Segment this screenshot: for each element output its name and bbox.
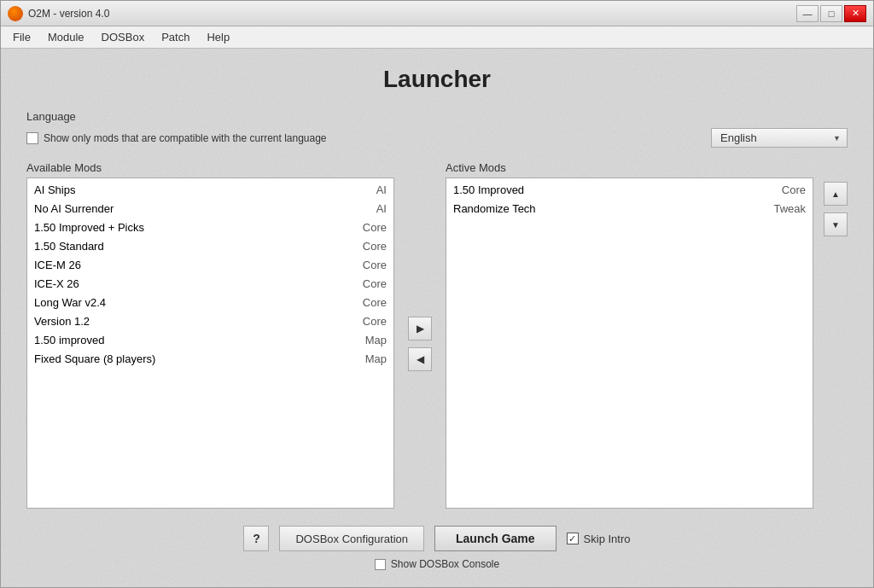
- menu-bar: File Module DOSBox Patch Help: [1, 26, 873, 49]
- list-item[interactable]: ICE-X 26 Core: [27, 274, 393, 293]
- launcher-title: Launcher: [26, 66, 848, 93]
- add-mod-button[interactable]: ▶: [408, 317, 432, 341]
- list-item[interactable]: 1.50 Improved Core: [446, 180, 813, 199]
- transfer-buttons: ▶ ◀: [405, 178, 435, 509]
- mods-area: Available Mods AI Ships AI No AI Surrend…: [26, 161, 848, 509]
- main-window: O2M - version 4.0 — □ ✕ File Module DOSB…: [0, 0, 874, 588]
- list-item[interactable]: 1.50 improved Map: [27, 330, 393, 349]
- list-item[interactable]: 1.50 Improved + Picks Core: [27, 218, 393, 236]
- menu-item-help[interactable]: Help: [198, 29, 238, 45]
- window-title: O2M - version 4.0: [28, 8, 109, 20]
- skip-intro-checkbox-label[interactable]: ✓ Skip Intro: [567, 533, 631, 545]
- bottom-row-console: Show DOSBox Console: [375, 558, 499, 570]
- language-filter-checkbox-label[interactable]: Show only mods that are compatible with …: [26, 132, 327, 144]
- close-button[interactable]: ✕: [844, 5, 866, 22]
- show-console-label-text: Show DOSBox Console: [391, 558, 499, 570]
- remove-mod-button[interactable]: ◀: [408, 347, 432, 371]
- minimize-button[interactable]: —: [796, 5, 819, 22]
- main-content: Launcher Language Show only mods that ar…: [1, 49, 873, 587]
- list-item[interactable]: Randomize Tech Tweak: [446, 199, 813, 218]
- list-item[interactable]: Long War v2.4 Core: [27, 293, 393, 311]
- bottom-row-main: ? DOSBox Configuration Launch Game ✓ Ski…: [243, 526, 630, 551]
- dosbox-config-button[interactable]: DOSBox Configuration: [279, 526, 424, 551]
- active-mods-container: 1.50 Improved Core Randomize Tech Tweak: [446, 178, 813, 509]
- title-bar-left: O2M - version 4.0: [8, 6, 109, 21]
- available-mods-container: AI Ships AI No AI Surrender AI 1.50 Impr…: [26, 178, 394, 509]
- menu-item-module[interactable]: Module: [39, 29, 93, 45]
- title-bar: O2M - version 4.0 — □ ✕: [1, 1, 873, 26]
- title-bar-buttons: — □ ✕: [796, 5, 866, 22]
- language-row: Show only mods that are compatible with …: [26, 128, 848, 148]
- language-select-wrapper: English French German Spanish Italian: [711, 128, 848, 148]
- list-item[interactable]: 1.50 Standard Core: [27, 236, 393, 255]
- move-buttons: ▲ ▼: [824, 161, 848, 509]
- skip-intro-label-text: Skip Intro: [584, 533, 631, 545]
- list-item[interactable]: AI Ships AI: [27, 180, 393, 199]
- app-icon: [8, 6, 23, 21]
- menu-item-patch[interactable]: Patch: [153, 29, 198, 45]
- move-down-button[interactable]: ▼: [824, 212, 848, 236]
- language-label: Language: [26, 110, 848, 123]
- list-item[interactable]: Fixed Square (8 players) Map: [27, 349, 393, 368]
- available-mods-list[interactable]: AI Ships AI No AI Surrender AI 1.50 Impr…: [27, 178, 393, 508]
- maximize-button[interactable]: □: [820, 5, 842, 22]
- active-mods-label: Active Mods: [446, 161, 813, 174]
- language-select[interactable]: English French German Spanish Italian: [711, 128, 848, 148]
- show-console-checkbox[interactable]: [375, 559, 386, 570]
- move-up-button[interactable]: ▲: [824, 182, 848, 206]
- bottom-controls: ? DOSBox Configuration Launch Game ✓ Ski…: [26, 522, 848, 570]
- show-console-checkbox-label[interactable]: Show DOSBox Console: [375, 558, 499, 570]
- menu-item-file[interactable]: File: [4, 29, 39, 45]
- available-mods-label: Available Mods: [26, 161, 394, 174]
- language-section: Language Show only mods that are compati…: [26, 110, 848, 148]
- language-filter-label-text: Show only mods that are compatible with …: [44, 132, 327, 144]
- list-item[interactable]: ICE-M 26 Core: [27, 255, 393, 274]
- list-item[interactable]: No AI Surrender AI: [27, 199, 393, 218]
- active-mods-list[interactable]: 1.50 Improved Core Randomize Tech Tweak: [446, 178, 813, 508]
- launch-game-button[interactable]: Launch Game: [434, 526, 556, 551]
- skip-intro-checkbox[interactable]: ✓: [567, 533, 579, 544]
- active-mods-panel: Active Mods 1.50 Improved Core Randomize…: [446, 161, 813, 509]
- menu-item-dosbox[interactable]: DOSBox: [93, 29, 154, 45]
- available-mods-panel: Available Mods AI Ships AI No AI Surrend…: [26, 161, 394, 509]
- help-button[interactable]: ?: [243, 526, 269, 551]
- list-item[interactable]: Version 1.2 Core: [27, 311, 393, 330]
- language-filter-checkbox[interactable]: [26, 132, 38, 144]
